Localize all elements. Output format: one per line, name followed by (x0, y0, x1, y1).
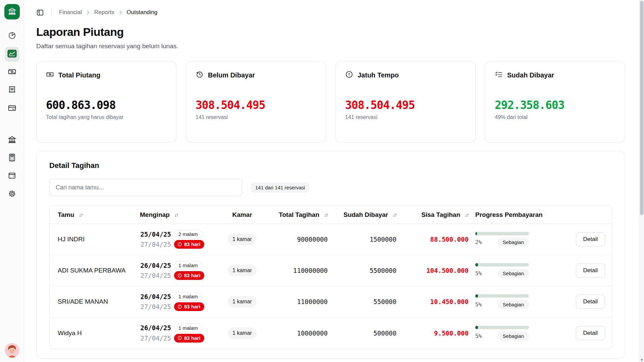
sidebar-item-financial[interactable] (5, 133, 19, 147)
payment-progress: 2% Sebagian (475, 232, 529, 247)
checkin-date: 26/04/25 (140, 262, 171, 269)
status-badge: Sebagian (498, 238, 529, 247)
sort-icon[interactable]: ↓↑ (79, 212, 83, 218)
progress-percent: 5% (475, 270, 482, 277)
remaining-billing: 88.500.000 (400, 236, 472, 243)
bank-icon (8, 7, 16, 17)
sidebar-item-wallet[interactable] (5, 169, 19, 184)
line-chart-icon (7, 49, 17, 60)
sidebar-item-reports[interactable] (5, 47, 19, 62)
breadcrumb-outstanding: Outstanding (127, 9, 158, 16)
sidebar-item-payments[interactable] (5, 65, 19, 80)
payment-progress: 5% Sebagian (475, 294, 529, 309)
progress-bar (475, 232, 529, 235)
table-header-row: Tamu ↓↑ Menginap ↓↑ Kamar Total Tagihan … (50, 206, 612, 224)
sidebar-item-invoices[interactable] (5, 83, 19, 98)
detail-button[interactable]: Detail (576, 326, 605, 340)
card-title: Total Piutang (58, 71, 100, 79)
bank-icon (8, 135, 16, 145)
table-row: ADI SUKMA PERBAWA 26/04/25 1 malam 27/04… (50, 255, 612, 286)
breadcrumb-reports[interactable]: Reports (94, 9, 114, 16)
table-row: SRI/ADE MANAN 26/04/25 1 malam 27/04/25 … (50, 286, 612, 317)
sort-icon[interactable]: ↓↑ (174, 212, 178, 218)
progress-bar (475, 326, 529, 329)
overdue-badge: 83 hari (174, 334, 204, 343)
checkin-date: 26/04/25 (140, 293, 171, 300)
payment-progress: 5% Sebagian (475, 326, 529, 341)
alert-circle-icon (177, 336, 182, 340)
guest-name: Widya H (54, 329, 137, 337)
scrollbar-down-arrow[interactable]: ▼ (639, 358, 644, 362)
card-subtitle: Total tagihan yang harus dibayar (46, 114, 167, 120)
total-billing: 11000000 (267, 298, 331, 305)
banknote-icon (46, 70, 54, 80)
pie-chart-icon (8, 32, 16, 41)
sidebar-item-settings[interactable] (5, 187, 19, 202)
breadcrumb-financial[interactable]: Financial (59, 9, 82, 16)
summary-cards: Total Piutang 600.863.098 Total tagihan … (36, 61, 625, 142)
card-jatuh-tempo: Jatuh Tempo 308.504.495 141 reservasi (335, 61, 476, 142)
sort-icon[interactable]: ↓↑ (465, 212, 469, 218)
breadcrumb: Financial Reports Outstanding (59, 9, 157, 16)
checkin-date: 25/04/25 (140, 231, 171, 238)
history-icon (196, 70, 204, 80)
sidebar (0, 0, 24, 362)
total-billing: 10000000 (267, 329, 331, 337)
total-billing: 110000000 (267, 267, 331, 274)
detail-button[interactable]: Detail (576, 295, 605, 309)
sidebar-item-cards[interactable] (5, 101, 19, 116)
reservation-count-badge: 141 dari 141 reservasi (251, 182, 309, 193)
page-title: Laporan Piutang (36, 25, 625, 39)
page-subtitle: Daftar semua tagihan reservasi yang belu… (36, 43, 625, 50)
checkout-date: 27/04/25 (140, 335, 171, 342)
checkout-date: 27/04/25 (140, 303, 171, 310)
card-sudah-dibayar: Sudah Dibayar 292.358.603 49% dari total (485, 61, 625, 142)
chevron-right-icon (85, 10, 91, 15)
col-header-sudah-dibayar: Sudah Dibayar ↓↑ (331, 211, 400, 219)
detail-button[interactable]: Detail (576, 263, 605, 278)
progress-percent: 2% (475, 239, 482, 245)
detail-section-title: Detail Tagihan (49, 161, 612, 170)
table-row: Widya H 26/04/25 1 malam 27/04/25 83 har… (50, 317, 612, 349)
overdue-badge: 83 hari (174, 240, 204, 249)
divider (51, 8, 52, 16)
banknote-icon (8, 67, 16, 77)
sidebar-item-accounting[interactable] (5, 151, 19, 166)
sort-icon[interactable]: ↓↑ (393, 212, 396, 218)
sort-icon[interactable]: ↓↑ (324, 212, 328, 218)
nights-badge: 2 malam (174, 230, 202, 238)
table-row: HJ INDRI 25/04/25 2 malam 27/04/25 83 ha… (50, 224, 612, 255)
amount-paid: 5500000 (331, 267, 400, 274)
room-count-badge: 1 kamar (228, 234, 257, 245)
col-header-sisa-tagihan: Sisa Tagihan ↓↑ (400, 211, 472, 219)
detail-tagihan-section: Detail Tagihan 141 dari 141 reservasi Ta… (36, 151, 625, 359)
settings-icon (8, 189, 16, 199)
amount-paid: 1500000 (331, 236, 400, 243)
room-count-badge: 1 kamar (228, 296, 257, 307)
status-badge: Sebagian (498, 300, 529, 309)
app-logo[interactable] (4, 4, 20, 19)
status-badge: Sebagian (498, 331, 529, 341)
nights-badge: 1 malam (174, 324, 202, 332)
alert-circle-icon (177, 304, 182, 309)
alert-circle-icon (177, 242, 182, 247)
breadcrumb-bar: Financial Reports Outstanding (36, 0, 625, 16)
progress-bar (475, 263, 529, 266)
card-title: Jatuh Tempo (358, 71, 399, 79)
guest-name: ADI SUKMA PERBAWA (54, 267, 137, 274)
sidebar-item-dashboard[interactable] (5, 29, 19, 44)
vertical-scrollbar[interactable]: ▼ (639, 0, 644, 362)
user-avatar[interactable] (5, 343, 19, 358)
nights-badge: 1 malam (174, 292, 202, 301)
guest-name: SRI/ADE MANAN (54, 298, 137, 305)
billing-table: Tamu ↓↑ Menginap ↓↑ Kamar Total Tagihan … (49, 205, 612, 349)
credit-card-icon (8, 104, 16, 114)
card-total-piutang: Total Piutang 600.863.098 Total tagihan … (36, 61, 176, 142)
sidebar-toggle-icon[interactable] (36, 9, 44, 16)
calculator-icon (8, 153, 16, 163)
nights-badge: 1 malam (174, 261, 202, 269)
search-input[interactable] (49, 179, 242, 196)
detail-button[interactable]: Detail (576, 232, 605, 246)
checklist-icon (495, 70, 503, 80)
scrollbar-thumb[interactable] (640, 1, 644, 215)
